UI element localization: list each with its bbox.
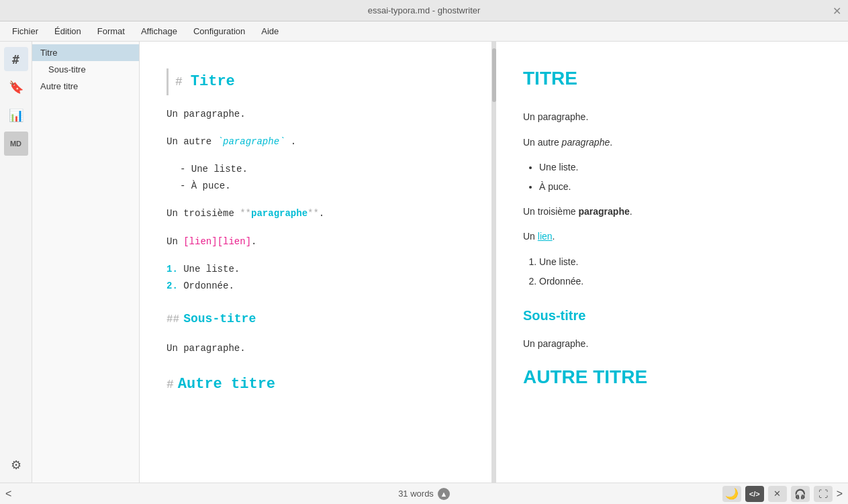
preview-para-4: Un lien. bbox=[523, 228, 821, 245]
editor-list-item-1: - Une liste. bbox=[180, 161, 465, 178]
preview-bold: paragraphe bbox=[578, 206, 629, 217]
preview-area: TITRE Un paragraphe. Un autre paragraphe… bbox=[496, 42, 848, 483]
editor-para-4: Un [lien][lien]. bbox=[167, 234, 465, 250]
preview-para-1: Un paragraphe. bbox=[523, 109, 821, 125]
editor-list-item-2: - À puce. bbox=[180, 178, 465, 195]
editor-h2-sous-titre: ## Sous-titre bbox=[167, 308, 465, 330]
word-count-label: 31 words bbox=[398, 489, 434, 499]
dark-mode-button[interactable]: 🌙 bbox=[722, 486, 741, 502]
preview-para-2: Un autre paragraphe. bbox=[523, 134, 821, 151]
ordered-num-1: 1. bbox=[167, 264, 178, 274]
outline-item-titre[interactable]: Titre bbox=[32, 44, 139, 61]
editor-area[interactable]: # Titre Un paragraphe. Un autre `paragra… bbox=[140, 42, 492, 483]
preview-li-1: Une liste. bbox=[539, 159, 821, 176]
audio-button[interactable]: 🎧 bbox=[791, 486, 810, 502]
editor-list-unordered: - Une liste. - À puce. bbox=[167, 161, 465, 195]
h1-hash: # bbox=[175, 71, 183, 93]
main-layout: # 🔖 📊 MD ⚙ Titre Sous-titre Autre titre … bbox=[0, 42, 848, 483]
nav-left-arrow[interactable]: < bbox=[5, 488, 11, 500]
menu-configuration[interactable]: Configuration bbox=[187, 23, 252, 39]
editor-h1-titre: # Titre bbox=[167, 68, 465, 95]
bold-marker-close: ** bbox=[308, 208, 319, 219]
menu-format[interactable]: Format bbox=[91, 23, 132, 39]
fullscreen-button[interactable]: ⛶ bbox=[814, 486, 833, 502]
editor-para-3: Un troisième **paragraphe**. bbox=[167, 205, 465, 222]
outline-panel: Titre Sous-titre Autre titre bbox=[32, 42, 140, 483]
menu-fichier[interactable]: Fichier bbox=[5, 23, 45, 39]
statusbar-right-buttons: 🌙 </> ✕ 🎧 ⛶ > bbox=[722, 486, 843, 502]
preview-link[interactable]: lien bbox=[538, 231, 553, 242]
editor-para-5: Un paragraphe. bbox=[167, 340, 465, 357]
outline-icon[interactable]: # bbox=[4, 47, 28, 71]
menu-edition[interactable]: Édition bbox=[48, 23, 88, 39]
statusbar: < 31 words ▲ 🌙 </> ✕ 🎧 ⛶ > bbox=[0, 483, 848, 504]
close-preview-button[interactable]: ✕ bbox=[768, 486, 787, 502]
ordered-num-2: 2. bbox=[167, 281, 178, 291]
preview-para-5: Un paragraphe. bbox=[523, 336, 821, 352]
bookmarks-icon[interactable]: 🔖 bbox=[4, 75, 28, 99]
settings-icon[interactable]: ⚙ bbox=[4, 453, 28, 477]
editor-h1-autre-titre: # Autre titre bbox=[167, 371, 465, 398]
menu-aide[interactable]: Aide bbox=[254, 23, 285, 39]
preview-ol-item-2: Ordonnée. bbox=[539, 273, 821, 290]
bold-marker-open: ** bbox=[240, 208, 251, 219]
preview-italic: paragraphe bbox=[562, 137, 610, 148]
h1-text: Titre bbox=[191, 68, 235, 95]
markdown-icon[interactable]: MD bbox=[4, 132, 28, 156]
close-icon[interactable]: ✕ bbox=[833, 4, 841, 17]
h1-text-2: Autre titre bbox=[178, 371, 275, 398]
editor-para-2: Un autre `paragraphe` . bbox=[167, 134, 465, 150]
nav-right-arrow[interactable]: > bbox=[837, 488, 843, 500]
preview-ol: Une liste. Ordonnée. bbox=[539, 254, 821, 290]
preview-h1-titre: TITRE bbox=[523, 62, 821, 95]
editor-bold-paragraphe: paragraphe bbox=[251, 208, 308, 219]
titlebar: essai-typora.md - ghostwriter ✕ bbox=[0, 0, 848, 21]
editor-ordered-item-1: 1. Une liste. bbox=[167, 261, 465, 278]
sidebar: # 🔖 📊 MD ⚙ bbox=[0, 42, 32, 483]
editor-link: [lien][lien] bbox=[183, 236, 251, 247]
preview-ul: Une liste. À puce. bbox=[539, 159, 821, 195]
preview-ol-item-1: Une liste. bbox=[539, 254, 821, 270]
h2-hash: ## bbox=[167, 310, 179, 330]
preview-li-2: À puce. bbox=[539, 179, 821, 195]
word-count-area: 31 words ▲ bbox=[398, 488, 450, 500]
outline-item-sous-titre[interactable]: Sous-titre bbox=[32, 61, 139, 78]
preview-h2-sous-titre: Sous-titre bbox=[523, 303, 821, 327]
h2-text: Sous-titre bbox=[183, 308, 256, 330]
editor-italic-paragraphe: `paragraphe` bbox=[218, 136, 285, 147]
editor-para-1: Un paragraphe. bbox=[167, 106, 465, 123]
menubar: Fichier Édition Format Affichage Configu… bbox=[0, 21, 848, 42]
h1-hash-2: # bbox=[167, 374, 174, 395]
code-view-button[interactable]: </> bbox=[745, 486, 764, 502]
preview-h1-autre-titre: AUTRE TITRE bbox=[523, 360, 821, 394]
outline-item-autre-titre[interactable]: Autre titre bbox=[32, 78, 139, 95]
menu-affichage[interactable]: Affichage bbox=[134, 23, 184, 39]
editor-ordered-list: 1. Une liste. 2. Ordonnée. bbox=[167, 261, 465, 295]
titlebar-title: essai-typora.md - ghostwriter bbox=[368, 5, 481, 15]
preview-para-3: Un troisième paragraphe. bbox=[523, 203, 821, 220]
scroll-to-top-icon[interactable]: ▲ bbox=[438, 488, 450, 500]
chart-icon[interactable]: 📊 bbox=[4, 103, 28, 128]
editor-ordered-item-2: 2. Ordonnée. bbox=[167, 278, 465, 295]
